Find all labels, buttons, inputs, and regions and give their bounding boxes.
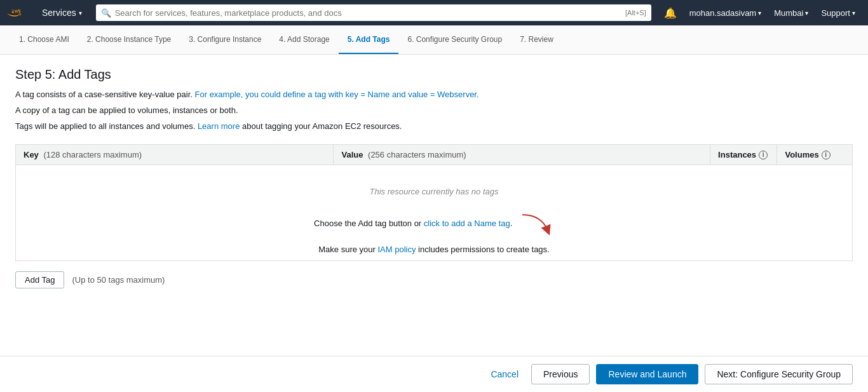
nav-right: 🔔 mohan.sadasivam ▾ Mumbai ▾ Support ▾ bbox=[659, 7, 860, 19]
wizard-step-6[interactable]: 6. Configure Security Group bbox=[398, 25, 511, 54]
iam-policy-link[interactable]: IAM policy bbox=[377, 245, 416, 254]
user-name: mohan.sadasivam bbox=[689, 8, 757, 18]
iam-post: includes permissions to create tags. bbox=[416, 245, 549, 254]
description-3: Tags will be applied to all instances an… bbox=[15, 120, 853, 133]
wizard-step-5[interactable]: 5. Add Tags bbox=[339, 25, 399, 54]
support-label: Support bbox=[821, 8, 850, 18]
annotation-arrow bbox=[516, 212, 554, 237]
support-menu[interactable]: Support ▾ bbox=[816, 8, 860, 18]
notifications-icon[interactable]: 🔔 bbox=[659, 7, 682, 19]
instances-header-label: Instances bbox=[718, 150, 756, 159]
value-header-label: Value bbox=[341, 150, 363, 159]
search-bar: 🔍 [Alt+S] bbox=[96, 4, 651, 21]
wizard-step-4[interactable]: 4. Add Storage bbox=[270, 25, 338, 54]
tags-table: Key (128 characters maximum) Value (256 … bbox=[15, 144, 853, 261]
action-post: . bbox=[510, 219, 513, 229]
action-pre: Choose the Add tag button or bbox=[314, 219, 424, 229]
empty-row: This resource currently has no tags Choo… bbox=[16, 165, 853, 261]
volumes-header: Volumes i bbox=[777, 145, 853, 165]
desc3-post: about tagging your Amazon EC2 resources. bbox=[240, 121, 402, 131]
key-header-label: Key bbox=[24, 150, 39, 159]
add-tag-button[interactable]: Add Tag bbox=[15, 271, 64, 288]
action-message: Choose the Add tag button or click to ad… bbox=[24, 209, 844, 240]
region-label: Mumbai bbox=[774, 8, 803, 18]
search-input[interactable] bbox=[115, 8, 621, 18]
wizard-step-1[interactable]: 1. Choose AMI bbox=[10, 25, 78, 54]
services-menu[interactable]: Services ▾ bbox=[36, 8, 88, 18]
instances-header: Instances i bbox=[710, 145, 777, 165]
wizard-step-7[interactable]: 7. Review bbox=[511, 25, 562, 54]
volumes-header-label: Volumes bbox=[785, 150, 818, 159]
empty-message: This resource currently has no tags bbox=[24, 174, 844, 209]
services-caret-icon: ▾ bbox=[79, 10, 82, 17]
aws-logo[interactable] bbox=[8, 6, 31, 20]
page-title: Step 5: Add Tags bbox=[15, 67, 853, 82]
wizard-steps: 1. Choose AMI 2. Choose Instance Type 3.… bbox=[0, 25, 868, 55]
add-tag-row: Add Tag (Up to 50 tags maximum) bbox=[15, 271, 853, 288]
table-header-row: Key (128 characters maximum) Value (256 … bbox=[16, 145, 853, 165]
search-shortcut: [Alt+S] bbox=[625, 9, 646, 17]
key-header: Key (128 characters maximum) bbox=[16, 145, 334, 165]
value-header: Value (256 characters maximum) bbox=[334, 145, 710, 165]
key-subheader: (128 characters maximum) bbox=[43, 150, 142, 159]
wizard-step-2[interactable]: 2. Choose Instance Type bbox=[78, 25, 180, 54]
desc1-pre: A tag consists of a case-sensitive key-v… bbox=[15, 90, 195, 99]
search-icon: 🔍 bbox=[101, 8, 111, 18]
support-caret-icon: ▾ bbox=[852, 10, 855, 17]
desc3-pre: Tags will be applied to all instances an… bbox=[15, 121, 198, 131]
volumes-info-icon[interactable]: i bbox=[822, 151, 831, 159]
top-nav: Services ▾ 🔍 [Alt+S] 🔔 mohan.sadasivam ▾… bbox=[0, 0, 868, 25]
services-label: Services bbox=[42, 8, 76, 18]
iam-pre: Make sure your bbox=[318, 245, 377, 254]
desc1-example[interactable]: For example, you could define a tag with… bbox=[195, 90, 479, 99]
user-menu[interactable]: mohan.sadasivam ▾ bbox=[684, 8, 767, 18]
user-caret-icon: ▾ bbox=[758, 10, 761, 17]
region-caret-icon: ▾ bbox=[805, 10, 808, 17]
description-2: A copy of a tag can be applied to volume… bbox=[15, 104, 853, 118]
description-1: A tag consists of a case-sensitive key-v… bbox=[15, 88, 853, 102]
add-tag-note: (Up to 50 tags maximum) bbox=[72, 275, 165, 285]
value-subheader: (256 characters maximum) bbox=[368, 150, 466, 159]
instances-info-icon[interactable]: i bbox=[759, 151, 768, 159]
region-menu[interactable]: Mumbai ▾ bbox=[769, 8, 813, 18]
main-content: Step 5: Add Tags A tag consists of a cas… bbox=[0, 55, 868, 339]
add-name-tag-link[interactable]: click to add a Name tag bbox=[424, 219, 510, 229]
iam-message: Make sure your IAM policy includes permi… bbox=[24, 242, 844, 257]
learn-more-link[interactable]: Learn more bbox=[198, 121, 240, 131]
wizard-step-3[interactable]: 3. Configure Instance bbox=[180, 25, 270, 54]
